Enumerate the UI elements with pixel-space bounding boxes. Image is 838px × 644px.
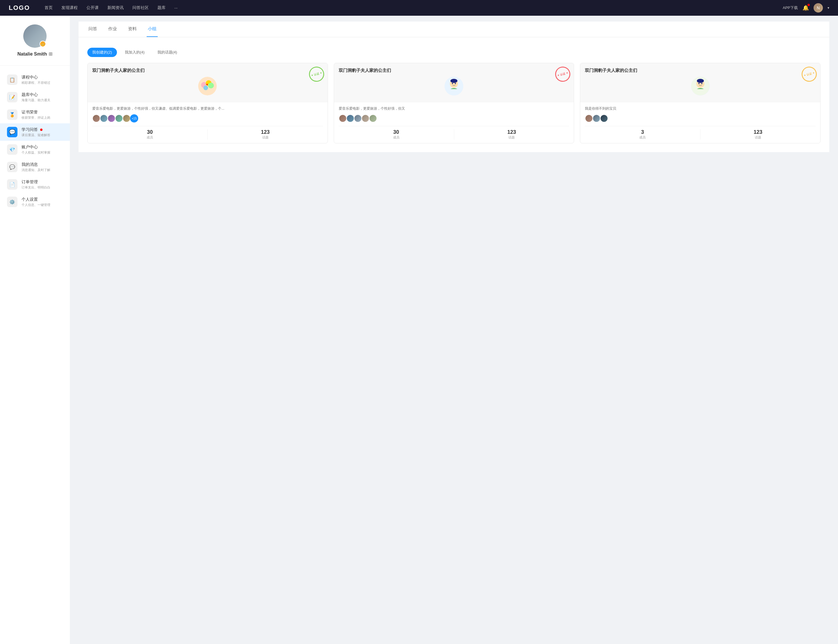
sidebar-item-message[interactable]: 💬 我的消息 消息通知、及时了解: [0, 158, 70, 176]
stat-topics-2-value: 123: [700, 129, 816, 135]
profile-name: Natalie Smith ⊞: [6, 51, 64, 57]
card-2-stats: 3 成员 123 话题: [585, 126, 816, 140]
qa-title: 学习问答: [21, 127, 63, 132]
nav-discover[interactable]: 发现课程: [61, 5, 78, 10]
user-avatar[interactable]: N: [813, 3, 823, 13]
avatar-image: N: [813, 3, 823, 13]
sidebar-item-account[interactable]: 💎 账户中心 个人权益、实时掌握: [0, 141, 70, 158]
sidebar-item-order[interactable]: 📄 订单管理 订单支出、明明白白: [0, 176, 70, 193]
tab-material[interactable]: 资料: [127, 21, 138, 37]
member-avatar-1-2: [354, 114, 362, 122]
nav-news[interactable]: 新闻资讯: [107, 5, 124, 10]
stat-members-1-value: 30: [339, 129, 454, 135]
card-1-stats: 30 成员 123 话题: [339, 126, 569, 140]
card-1-title: 双门洞豹子夫人家的公主们: [339, 68, 569, 73]
stat-topics-0-label: 话题: [208, 135, 323, 140]
tab-qa[interactable]: 问答: [87, 21, 99, 37]
group-card-1[interactable]: 双门洞豹子夫人家的公主们 ✦ 认证 ✦: [334, 63, 574, 143]
member-avatar-0-0: [92, 114, 100, 122]
card-0-main-avatar: ♥: [92, 77, 323, 95]
card-0-stamp-text: ✦ 认证 ✦: [311, 71, 322, 78]
qa-badge-dot: [40, 128, 43, 131]
member-avatar-0-3: [115, 114, 123, 122]
stat-members-0: 30 成员: [92, 129, 207, 140]
card-2-header: 双门洞豹子夫人家的公主们 ✦ 认证 ✦: [580, 63, 820, 102]
page-wrapper: 👑 Natalie Smith ⊞ 📋 课程中心 精彩课程、不容错过 📝 题库中…: [0, 16, 838, 644]
question-bank-icon: 📝: [7, 92, 18, 102]
qa-desc: 课后重温、疑难解答: [21, 133, 63, 137]
sidebar-item-settings[interactable]: ⚙️ 个人设置 个人信息、一键管理: [0, 193, 70, 210]
settings-text: 个人设置 个人信息、一键管理: [21, 197, 63, 207]
sidebar: 👑 Natalie Smith ⊞ 📋 课程中心 精彩课程、不容错过 📝 题库中…: [0, 16, 70, 644]
member-avatar-0-4: [123, 114, 131, 122]
tab-homework[interactable]: 作业: [107, 21, 118, 37]
card-2-main-avatar: [585, 77, 816, 95]
sidebar-item-qa[interactable]: 💬 学习问答 课后重温、疑难解答: [0, 123, 70, 141]
svg-point-9: [452, 83, 453, 84]
card-2-members: [585, 114, 816, 122]
svg-point-4: [204, 85, 208, 90]
card-1-main-avatar: [339, 77, 569, 95]
stat-topics-2-label: 话题: [700, 135, 816, 140]
stat-members-0-label: 成员: [92, 135, 207, 140]
account-text: 账户中心 个人权益、实时掌握: [21, 145, 63, 155]
settings-icon: ⚙️: [7, 197, 18, 207]
sidebar-item-question-bank[interactable]: 📝 题库中心 海量习题、助力通关: [0, 89, 70, 106]
avatar-dropdown-icon[interactable]: ▾: [828, 6, 829, 10]
sidebar-item-course[interactable]: 📋 课程中心 精彩课程、不容错过: [0, 71, 70, 89]
notification-bell[interactable]: 🔔: [802, 5, 809, 11]
stat-members-1: 30 成员: [339, 129, 454, 140]
card-2-avatar-img: [691, 77, 710, 95]
settings-title: 个人设置: [21, 197, 63, 202]
card-1-avatar-img: [445, 77, 463, 95]
card-1-header: 双门洞豹子夫人家的公主们 ✦ 认证 ✦: [334, 63, 574, 102]
notification-dot: [807, 4, 810, 6]
vip-badge: 👑: [39, 41, 46, 47]
nav-question-bank[interactable]: 题库: [158, 5, 166, 10]
more-members-badge: +15: [130, 114, 138, 122]
stat-members-2-label: 成员: [585, 135, 700, 140]
stat-members-0-value: 30: [92, 129, 207, 135]
stat-topics-2: 123 话题: [700, 129, 816, 140]
tab-group[interactable]: 小组: [147, 21, 158, 37]
logo[interactable]: LOGO: [9, 4, 30, 12]
qr-code-icon[interactable]: ⊞: [49, 51, 53, 57]
card-1-desc: 爱音乐爱电影，更爱旅游，个性好强，但又: [339, 106, 569, 112]
stat-topics-1-value: 123: [454, 129, 569, 135]
group-card-2[interactable]: 双门洞豹子夫人家的公主们 ✦ 认证 ✦: [580, 63, 820, 143]
card-1-stamp-text: ✦ 认证 ✦: [557, 71, 569, 78]
nav-qa[interactable]: 问答社区: [132, 5, 149, 10]
sub-tab-topics[interactable]: 我的话题(4): [153, 48, 182, 57]
svg-point-15: [701, 83, 702, 84]
card-0-desc: 爱音乐爱电影，更爱旅游，个性好强，但又谦虚、低调爱音乐爱电影，更爱旅游，个...: [92, 106, 323, 112]
question-bank-title: 题库中心: [21, 92, 63, 97]
member-avatar-2-2: [600, 114, 608, 122]
sub-tab-created[interactable]: 我创建的(2): [87, 48, 117, 57]
svg-point-0: [198, 77, 217, 95]
sidebar-item-certificate[interactable]: 🏅 证书荣誉 收获荣誉、持证上岗: [0, 106, 70, 123]
course-title: 课程中心: [21, 75, 63, 80]
account-title: 账户中心: [21, 145, 63, 150]
card-0-members: +15: [92, 114, 323, 122]
nav-more[interactable]: ···: [174, 5, 178, 10]
group-card-0[interactable]: 双门洞豹子夫人家的公主们 ✦ 认证 ✦: [87, 63, 328, 143]
card-2-stamp-text: ✦ 认证 ✦: [803, 71, 815, 78]
certificate-icon: 🏅: [7, 109, 18, 120]
stat-topics-0-value: 123: [208, 129, 323, 135]
card-0-avatar-img: ♥: [198, 77, 217, 95]
qa-icon: 💬: [7, 127, 18, 137]
sidebar-menu: 📋 课程中心 精彩课程、不容错过 📝 题库中心 海量习题、助力通关 🏅 证书荣誉…: [0, 69, 70, 213]
app-download-button[interactable]: APP下载: [783, 5, 798, 10]
svg-point-14: [698, 83, 700, 84]
stat-members-1-label: 成员: [339, 135, 454, 140]
account-icon: 💎: [7, 144, 18, 155]
member-avatar-1-0: [339, 114, 347, 122]
account-desc: 个人权益、实时掌握: [21, 150, 63, 155]
nav-home[interactable]: 首页: [44, 5, 53, 10]
main-content: 问答 作业 资料 小组 我创建的(2) 我加入的(4) 我的话题(4) 双门洞豹…: [70, 16, 838, 644]
card-0-header: 双门洞豹子夫人家的公主们 ✦ 认证 ✦: [87, 63, 328, 102]
nav-open-course[interactable]: 公开课: [86, 5, 99, 10]
svg-point-13: [697, 79, 704, 83]
sub-tab-joined[interactable]: 我加入的(4): [120, 48, 150, 57]
card-0-body: 爱音乐爱电影，更爱旅游，个性好强，但又谦虚、低调爱音乐爱电影，更爱旅游，个...…: [87, 102, 328, 143]
